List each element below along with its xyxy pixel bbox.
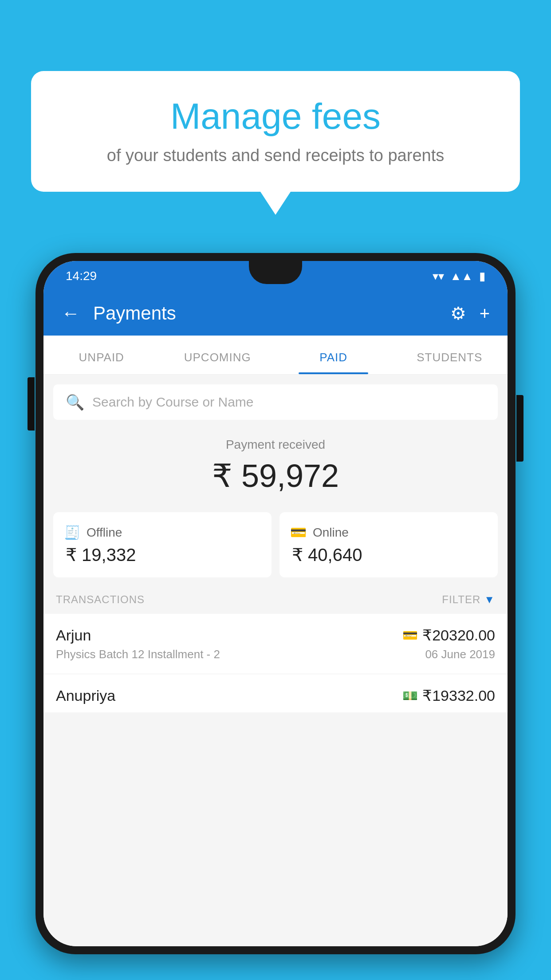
add-button[interactable]: + <box>480 304 490 324</box>
transactions-header: TRANSACTIONS FILTER ▼ <box>43 585 508 614</box>
transaction-top-1: Arjun 💳 ₹20320.00 <box>56 626 495 644</box>
wifi-icon: ▾▾ <box>433 269 444 283</box>
online-label: Online <box>313 526 349 540</box>
tab-paid[interactable]: PAID <box>276 351 392 374</box>
settings-icon[interactable]: ⚙ <box>450 303 466 324</box>
filter-icon: ▼ <box>484 593 495 606</box>
offline-label: Offline <box>87 526 122 540</box>
bubble-subtitle: of your students and send receipts to pa… <box>58 146 493 165</box>
phone-wrapper: 14:29 ▾▾ ▲▲ ▮ ← Payments ⚙ + UNPAID <box>35 253 516 980</box>
transactions-label: TRANSACTIONS <box>56 593 145 606</box>
payment-received-section: Payment received ₹ 59,972 <box>43 420 508 504</box>
status-bar: 14:29 ▾▾ ▲▲ ▮ <box>43 261 508 291</box>
notch <box>249 261 302 284</box>
page-title: Payments <box>93 303 437 324</box>
online-amount: ₹ 40,640 <box>290 545 487 565</box>
phone-screen: 14:29 ▾▾ ▲▲ ▮ ← Payments ⚙ + UNPAID <box>43 261 508 946</box>
transaction-row-2[interactable]: Anupriya 💵 ₹19332.00 <box>43 674 508 712</box>
top-bar: ← Payments ⚙ + <box>43 291 508 336</box>
transaction-desc-1: Physics Batch 12 Installment - 2 <box>56 648 220 661</box>
transaction-amount-1: ₹20320.00 <box>422 626 495 644</box>
online-card-top: 💳 Online <box>290 525 487 540</box>
search-icon: 🔍 <box>66 393 84 411</box>
online-icon: 💳 <box>290 525 307 540</box>
tabs: UNPAID UPCOMING PAID STUDENTS <box>43 336 508 375</box>
transaction-type-icon-2: 💵 <box>402 688 418 703</box>
transaction-amount-wrap-2: 💵 ₹19332.00 <box>402 687 495 704</box>
tab-unpaid[interactable]: UNPAID <box>43 351 160 374</box>
transaction-name-1: Arjun <box>56 627 91 644</box>
online-card: 💳 Online ₹ 40,640 <box>279 512 498 577</box>
screen-content: 🔍 Search by Course or Name Payment recei… <box>43 375 508 946</box>
transaction-type-icon-1: 💳 <box>402 628 418 643</box>
bubble-title: Manage fees <box>58 95 493 137</box>
battery-icon: ▮ <box>479 269 485 283</box>
search-input[interactable]: Search by Course or Name <box>92 395 254 410</box>
tab-upcoming[interactable]: UPCOMING <box>160 351 276 374</box>
filter-label: FILTER <box>442 593 480 606</box>
back-button[interactable]: ← <box>61 304 80 323</box>
transaction-bottom-1: Physics Batch 12 Installment - 2 06 June… <box>56 648 495 661</box>
top-bar-actions: ⚙ + <box>450 303 490 324</box>
transaction-amount-2: ₹19332.00 <box>422 687 495 704</box>
speech-bubble: Manage fees of your students and send re… <box>31 71 520 192</box>
signal-icon: ▲▲ <box>450 269 473 283</box>
offline-card: 🧾 Offline ₹ 19,332 <box>53 512 272 577</box>
cards-row: 🧾 Offline ₹ 19,332 💳 Online ₹ 40,640 <box>43 504 508 585</box>
phone-outer: 14:29 ▾▾ ▲▲ ▮ ← Payments ⚙ + UNPAID <box>35 253 516 954</box>
status-time: 14:29 <box>66 269 97 283</box>
offline-amount: ₹ 19,332 <box>64 545 261 565</box>
payment-amount: ₹ 59,972 <box>53 457 498 494</box>
search-bar[interactable]: 🔍 Search by Course or Name <box>53 384 498 420</box>
offline-icon: 🧾 <box>64 525 80 540</box>
offline-card-top: 🧾 Offline <box>64 525 261 540</box>
tab-students[interactable]: STUDENTS <box>392 351 508 374</box>
transaction-name-2: Anupriya <box>56 687 115 704</box>
transaction-date-1: 06 June 2019 <box>425 648 495 661</box>
transaction-top-2: Anupriya 💵 ₹19332.00 <box>56 687 495 704</box>
transaction-amount-wrap-1: 💳 ₹20320.00 <box>402 626 495 644</box>
payment-received-label: Payment received <box>53 438 498 452</box>
status-icons: ▾▾ ▲▲ ▮ <box>433 269 485 283</box>
transaction-row-1[interactable]: Arjun 💳 ₹20320.00 Physics Batch 12 Insta… <box>43 614 508 674</box>
filter-button[interactable]: FILTER ▼ <box>442 593 495 606</box>
